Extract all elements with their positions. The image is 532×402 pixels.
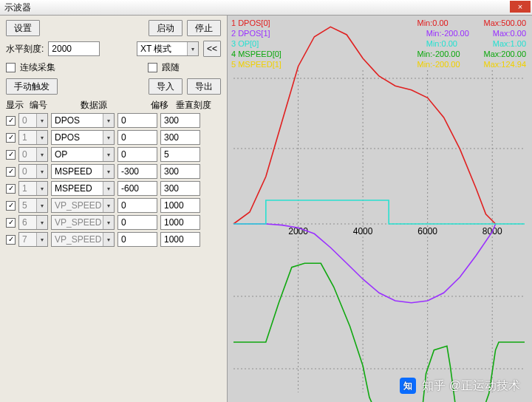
legend-row: 5 MSPEED[1]Min:-200.00Max:124.94 xyxy=(231,59,526,69)
hscale-input[interactable] xyxy=(48,41,100,56)
id-select[interactable]: 0▾ xyxy=(18,147,48,162)
chevron-down-icon: ▾ xyxy=(36,165,47,178)
show-checkbox[interactable] xyxy=(6,150,16,160)
show-checkbox[interactable] xyxy=(6,184,16,194)
id-select[interactable]: 7▾ xyxy=(18,232,48,247)
source-select[interactable]: VP_SPEED▾ xyxy=(51,215,115,230)
stop-button[interactable]: 停止 xyxy=(187,20,221,36)
legend-min: Min:0.00 xyxy=(417,18,480,28)
col-show-header: 显示 xyxy=(6,99,27,112)
source-select[interactable]: DPOS▾ xyxy=(51,113,115,128)
legend-min: Min:-200.00 xyxy=(426,28,488,38)
vscale-input[interactable] xyxy=(160,147,200,162)
vscale-input[interactable] xyxy=(160,198,200,213)
window-title: 示波器 xyxy=(4,1,31,14)
vscale-input[interactable] xyxy=(160,113,200,128)
chevron-down-icon: ▾ xyxy=(103,131,114,144)
col-offset-header: 偏移 xyxy=(129,99,168,112)
legend-name: 1 DPOS[0] xyxy=(231,18,298,28)
show-checkbox[interactable] xyxy=(6,201,16,211)
show-checkbox[interactable] xyxy=(6,218,16,228)
vscale-input[interactable] xyxy=(160,130,200,145)
continuous-checkbox[interactable] xyxy=(6,63,16,72)
chevron-down-icon: ▾ xyxy=(36,216,47,229)
mode-select[interactable]: XT 模式 ▾ xyxy=(137,41,199,56)
offset-input[interactable] xyxy=(117,232,157,247)
source-select[interactable]: OP▾ xyxy=(51,147,115,162)
vscale-input[interactable] xyxy=(160,215,200,230)
plot-area[interactable]: 1 DPOS[0]Min:0.00Max:500.002 DPOS[1]Min:… xyxy=(228,16,532,402)
offset-input[interactable] xyxy=(117,130,157,145)
legend-name: 3 OP[0] xyxy=(231,38,298,49)
id-select[interactable]: 1▾ xyxy=(18,130,48,145)
follow-checkbox[interactable] xyxy=(148,63,157,72)
start-button[interactable]: 启动 xyxy=(149,20,183,36)
collapse-button[interactable]: << xyxy=(203,41,221,57)
table-row: 5▾VP_SPEED▾ xyxy=(6,198,221,213)
control-panel: 设置 启动 停止 水平刻度: XT 模式 ▾ << 连续采集 跟随 手动触发 导 xyxy=(0,16,228,402)
chevron-down-icon: ▾ xyxy=(103,199,114,212)
legend-min: Min:-200.00 xyxy=(417,49,480,59)
table-row: 7▾VP_SPEED▾ xyxy=(6,232,221,247)
export-button[interactable]: 导出 xyxy=(187,78,221,95)
table-row: 0▾MSPEED▾ xyxy=(6,164,221,179)
manual-trigger-button[interactable]: 手动触发 xyxy=(6,78,58,95)
legend-max: Max:0.00 xyxy=(493,28,526,38)
vscale-input[interactable] xyxy=(160,181,200,196)
id-select[interactable]: 1▾ xyxy=(18,181,48,196)
source-select[interactable]: VP_SPEED▾ xyxy=(51,232,115,247)
legend-row: 1 DPOS[0]Min:0.00Max:500.00 xyxy=(231,18,526,28)
id-select[interactable]: 6▾ xyxy=(18,215,48,230)
hscale-label: 水平刻度: xyxy=(6,43,44,55)
source-select[interactable]: MSPEED▾ xyxy=(51,164,115,179)
table-row: 0▾DPOS▾ xyxy=(6,113,221,128)
vscale-input[interactable] xyxy=(160,164,200,179)
offset-input[interactable] xyxy=(117,147,157,162)
table-row: 1▾MSPEED▾ xyxy=(6,181,221,196)
offset-input[interactable] xyxy=(117,198,157,213)
source-select[interactable]: DPOS▾ xyxy=(51,130,115,145)
chevron-down-icon: ▾ xyxy=(187,42,198,55)
title-bar: 示波器 × xyxy=(0,0,532,16)
table-row: 0▾OP▾ xyxy=(6,147,221,162)
grid-header: 显示 编号 数据源 偏移 垂直刻度 xyxy=(6,99,221,112)
chevron-down-icon: ▾ xyxy=(103,216,114,229)
offset-input[interactable] xyxy=(117,164,157,179)
chevron-down-icon: ▾ xyxy=(36,182,47,195)
offset-input[interactable] xyxy=(117,181,157,196)
legend-min: Min:-200.00 xyxy=(417,59,480,69)
chevron-down-icon: ▾ xyxy=(36,114,47,127)
vscale-input[interactable] xyxy=(160,232,200,247)
legend-name: 2 DPOS[1] xyxy=(231,28,298,38)
show-checkbox[interactable] xyxy=(6,235,16,245)
follow-label: 跟随 xyxy=(162,61,180,74)
legend-min: Min:0.00 xyxy=(426,38,488,49)
show-checkbox[interactable] xyxy=(6,116,16,126)
import-button[interactable]: 导入 xyxy=(149,78,183,95)
offset-input[interactable] xyxy=(117,215,157,230)
source-select[interactable]: MSPEED▾ xyxy=(51,181,115,196)
show-checkbox[interactable] xyxy=(6,167,16,177)
chevron-down-icon: ▾ xyxy=(103,182,114,195)
svg-text:6000: 6000 xyxy=(417,226,437,236)
legend: 1 DPOS[0]Min:0.00Max:500.002 DPOS[1]Min:… xyxy=(228,16,529,69)
id-select[interactable]: 5▾ xyxy=(18,198,48,213)
legend-name: 5 MSPEED[1] xyxy=(231,59,298,69)
plot-canvas: 2000400060008000 xyxy=(228,16,531,402)
source-select[interactable]: VP_SPEED▾ xyxy=(51,198,115,213)
chevron-down-icon: ▾ xyxy=(36,233,47,246)
legend-name: 4 MSPEED[0] xyxy=(231,49,298,59)
legend-max: Max:124.94 xyxy=(484,59,526,69)
id-select[interactable]: 0▾ xyxy=(18,113,48,128)
chevron-down-icon: ▾ xyxy=(103,165,114,178)
close-button[interactable]: × xyxy=(510,1,531,13)
chevron-down-icon: ▾ xyxy=(103,114,114,127)
show-checkbox[interactable] xyxy=(6,133,16,143)
settings-button[interactable]: 设置 xyxy=(6,20,40,36)
chevron-down-icon: ▾ xyxy=(103,233,114,246)
mode-select-value: XT 模式 xyxy=(140,43,171,55)
table-row: 1▾DPOS▾ xyxy=(6,130,221,145)
offset-input[interactable] xyxy=(117,113,157,128)
svg-rect-0 xyxy=(228,16,531,402)
id-select[interactable]: 0▾ xyxy=(18,164,48,179)
